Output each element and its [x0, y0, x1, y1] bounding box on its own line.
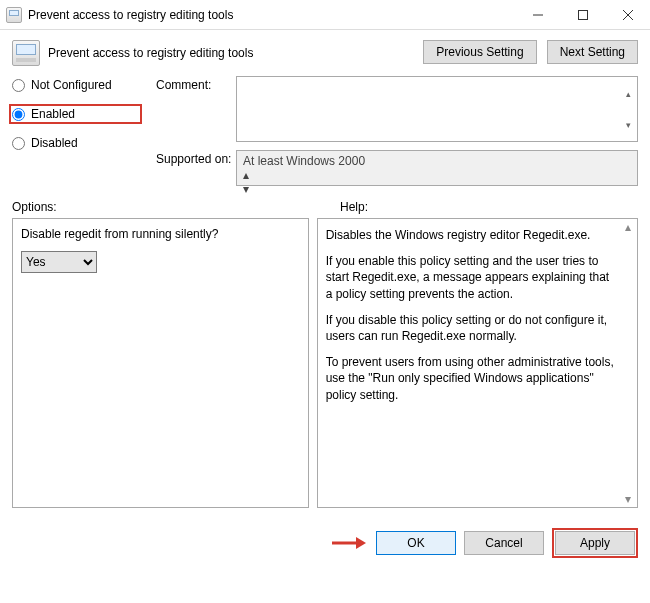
radio-not-configured-label: Not Configured	[31, 78, 112, 92]
radio-disabled[interactable]: Disabled	[12, 136, 142, 150]
state-radios: Not Configured Enabled Disabled	[12, 76, 142, 186]
ok-button[interactable]: OK	[376, 531, 456, 555]
silent-label: Disable regedit from running silently?	[21, 227, 300, 241]
supported-spinner: ▴▾	[243, 168, 619, 196]
radio-disabled-input[interactable]	[12, 137, 25, 150]
help-pane: ▴▾ Disables the Windows registry editor …	[317, 218, 638, 508]
radio-enabled[interactable]: Enabled	[12, 107, 134, 121]
options-header: Options:	[12, 200, 310, 214]
svg-marker-5	[356, 537, 366, 549]
next-setting-button[interactable]: Next Setting	[547, 40, 638, 64]
radio-disabled-label: Disabled	[31, 136, 78, 150]
help-p3: If you disable this policy setting or do…	[326, 312, 615, 344]
silent-select[interactable]: Yes	[21, 251, 97, 273]
comment-label: Comment:	[156, 76, 236, 92]
help-p4: To prevent users from using other admini…	[326, 354, 615, 403]
apply-button[interactable]: Apply	[555, 531, 635, 555]
comment-spinner[interactable]: ▴▾	[620, 78, 636, 140]
svg-rect-1	[578, 10, 587, 19]
supported-value: At least Windows 2000	[243, 154, 365, 168]
dialog-footer: OK Cancel Apply	[0, 518, 650, 568]
policy-heading: Prevent access to registry editing tools	[12, 40, 405, 66]
help-text: Disables the Windows registry editor Reg…	[326, 227, 629, 403]
previous-setting-button[interactable]: Previous Setting	[423, 40, 536, 64]
titlebar: Prevent access to registry editing tools	[0, 0, 650, 30]
window-title: Prevent access to registry editing tools	[28, 8, 515, 22]
options-pane: Disable regedit from running silently? Y…	[12, 218, 309, 508]
help-header: Help:	[340, 200, 638, 214]
arrow-icon	[330, 536, 366, 550]
minimize-button[interactable]	[515, 0, 560, 29]
comment-textarea[interactable]: ▴▾	[236, 76, 638, 142]
radio-enabled-label: Enabled	[31, 107, 75, 121]
supported-on-field: At least Windows 2000 ▴▾	[236, 150, 638, 186]
radio-not-configured[interactable]: Not Configured	[12, 78, 142, 92]
policy-icon	[12, 40, 40, 66]
help-scrollbar[interactable]: ▴▾	[620, 220, 636, 506]
help-p2: If you enable this policy setting and th…	[326, 253, 615, 302]
maximize-button[interactable]	[560, 0, 605, 29]
radio-not-configured-input[interactable]	[12, 79, 25, 92]
supported-label: Supported on:	[156, 150, 236, 166]
close-button[interactable]	[605, 0, 650, 29]
radio-enabled-input[interactable]	[12, 108, 25, 121]
cancel-button[interactable]: Cancel	[464, 531, 544, 555]
policy-title: Prevent access to registry editing tools	[48, 46, 253, 60]
help-p1: Disables the Windows registry editor Reg…	[326, 227, 615, 243]
gpedit-icon	[6, 7, 22, 23]
